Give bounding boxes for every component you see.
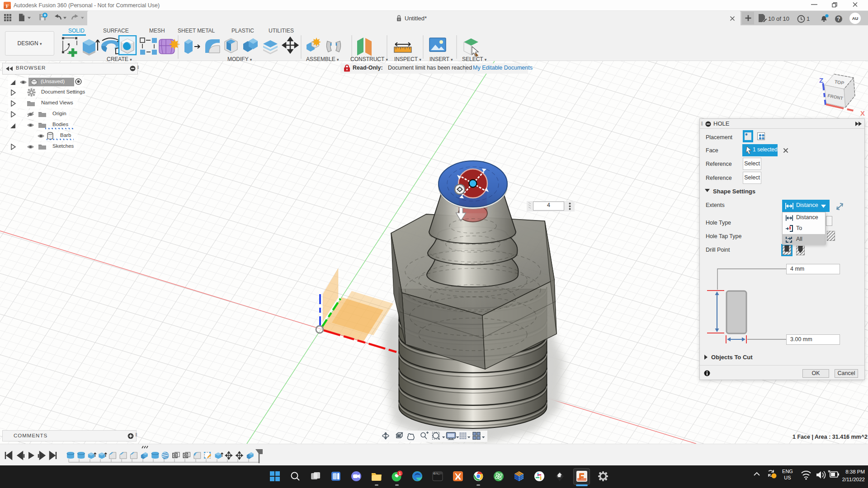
svg-text:F: F: [6, 3, 9, 9]
svg-text:C:\_: C:\_: [434, 472, 440, 475]
svg-text:X: X: [860, 109, 865, 117]
svg-text:1: 1: [399, 471, 401, 476]
svg-text:?: ?: [837, 16, 840, 22]
svg-text:US: US: [784, 475, 791, 480]
svg-text:Z: Z: [819, 76, 823, 84]
svg-text:ENG: ENG: [782, 469, 793, 474]
